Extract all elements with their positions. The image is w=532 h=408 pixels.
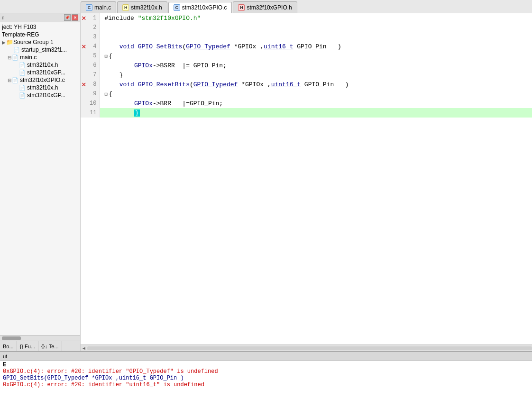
sidebar-close-button[interactable]: ✕ xyxy=(72,14,78,21)
tree-item-label-1: main.c xyxy=(20,54,37,61)
line-row-8: ✕8 void GPIO_ResetBits(GPIO_Typedef *GPI… xyxy=(81,80,532,89)
tree-item-label-5: stm32f10x.h xyxy=(27,84,58,91)
tab-label-main-c: main.c xyxy=(94,4,111,11)
line-content-11[interactable]: } xyxy=(100,108,532,118)
tree-item-label-3: stm32f10xGP... xyxy=(27,69,65,76)
sidebar-bottom-tab-0[interactable]: Bo... xyxy=(0,341,17,351)
tree-item-3[interactable]: 📄stm32f10xGP... xyxy=(1,69,79,76)
file-type-icon-5: 📄 xyxy=(19,85,26,91)
code-container[interactable]: ✕1#include "stm32f10xGPIO.h"23✕4 void GP… xyxy=(81,13,532,345)
bottom-panel: ut E0xGPIO.c(4): error: #20: identifier … xyxy=(0,351,532,408)
line-row-4: ✕4 void GPIO_SetBits(GPIO_Typedef *GPIOx… xyxy=(81,42,532,51)
tree-item-6[interactable]: 📄stm32f10xGP... xyxy=(1,91,79,99)
folder-icon: 📁 xyxy=(6,39,13,45)
sidebar-hscroll[interactable] xyxy=(0,335,80,341)
tab-main-c[interactable]: Cmain.c xyxy=(81,1,116,13)
expand-icon: ▶ xyxy=(2,40,6,45)
sidebar-bottom-tabs: Bo...{} Fu...{}↓ Te... xyxy=(0,341,80,351)
line-content-6[interactable]: GPIOx->BSRR |= GPIO_Pin; xyxy=(100,61,532,70)
output-line-2: GPIO_SetBits(GPIO_Typedef *GPIOx ,uint16… xyxy=(3,375,529,381)
expand-icon-1[interactable]: ⊟ xyxy=(8,55,11,60)
file-type-icon-6: 📄 xyxy=(19,92,26,99)
line-number-7: 7 xyxy=(81,70,100,80)
error-marker-1: ✕ xyxy=(82,13,86,23)
tab-label-stm32f10xGPIO-c: stm32f10xGPIO.c xyxy=(182,4,227,11)
file-type-icon-2: 📄 xyxy=(19,62,26,68)
line-number-2: 2 xyxy=(81,23,100,32)
sidebar-tree: ject: YH F103Template-REG▶📁Source Group … xyxy=(0,22,80,335)
sidebar-bottom-tab-2[interactable]: {}↓ Te... xyxy=(38,341,62,351)
line-row-2: 2 xyxy=(81,23,532,32)
tree-item-label-0: startup_stm32f1... xyxy=(21,46,67,53)
tree-item-2[interactable]: 📄stm32f10x.h xyxy=(1,61,79,69)
line-number-6: 6 xyxy=(81,61,100,70)
sidebar-hscroll-thumb[interactable] xyxy=(2,336,21,340)
sidebar-header-icons: 📌 ✕ xyxy=(64,14,78,21)
tree-item-label-2: stm32f10x.h xyxy=(27,62,58,68)
source-group-item[interactable]: ▶📁Source Group 1 xyxy=(1,38,79,46)
line-content-4[interactable]: void GPIO_SetBits(GPIO_Typedef *GPIOx ,u… xyxy=(100,42,532,51)
tab-stm32f10xGPIO-h[interactable]: Hstm32f10xGPIO.h xyxy=(233,1,297,13)
line-content-1[interactable]: #include "stm32f10xGPIO.h" xyxy=(100,13,532,23)
error-marker-8: ✕ xyxy=(82,80,86,89)
line-content-2[interactable] xyxy=(100,23,532,32)
file-type-icon-1: 📄 xyxy=(12,54,18,61)
line-row-10: 10 GPIOx->BRR |=GPIO_Pin; xyxy=(81,99,532,108)
project-label: ject: YH F103 xyxy=(1,23,79,31)
sidebar-header-label: п xyxy=(2,15,4,20)
tab-icon-stm32f10x-h: H xyxy=(122,4,129,11)
line-content-10[interactable]: GPIOx->BRR |=GPIO_Pin; xyxy=(100,99,532,108)
tree-item-label-4: stm32f10xGPIO.c xyxy=(20,77,65,83)
line-content-8[interactable]: void GPIO_ResetBits(GPIO_Typedef *GPIOx … xyxy=(100,80,532,89)
tab-stm32f10x-h[interactable]: Hstm32f10x.h xyxy=(117,1,167,13)
editor-hscroll-track[interactable] xyxy=(87,346,532,350)
tree-item-5[interactable]: 📄stm32f10x.h xyxy=(1,84,79,91)
output-label: ut xyxy=(0,352,532,361)
expand-icon-4[interactable]: ⊟ xyxy=(8,78,11,83)
error-marker-4: ✕ xyxy=(82,42,86,51)
line-number-3: 3 xyxy=(81,32,100,42)
output-line-3: 0xGPIO.c(4): error: #20: identifier "uin… xyxy=(3,381,529,388)
line-number-8: ✕8 xyxy=(81,80,100,89)
sidebar-header: п 📌 ✕ xyxy=(0,13,80,22)
line-number-9: 9 xyxy=(81,89,100,99)
sidebar-bottom-tab-1[interactable]: {} Fu... xyxy=(17,341,38,351)
tree-item-1[interactable]: ⊟📄main.c xyxy=(1,54,79,61)
tab-icon-stm32f10xGPIO-c: C xyxy=(174,4,180,11)
tree-item-label-6: stm32f10xGP... xyxy=(27,92,65,99)
tab-label-stm32f10xGPIO-h: stm32f10xGPIO.h xyxy=(247,4,292,11)
file-type-icon-3: 📄 xyxy=(19,70,26,76)
editor-hscroll-left-arrow[interactable]: ◀ xyxy=(81,345,87,351)
file-type-icon-4: 📄 xyxy=(12,77,18,83)
editor-hscroll[interactable]: ◀ xyxy=(81,345,532,351)
line-row-11: 11 } xyxy=(81,108,532,118)
tree-item-4[interactable]: ⊟📄stm32f10xGPIO.c xyxy=(1,76,79,84)
tree-item-0[interactable]: 📄startup_stm32f1... xyxy=(1,46,79,54)
line-content-9[interactable]: ⊟{ xyxy=(100,89,532,99)
line-row-1: ✕1#include "stm32f10xGPIO.h" xyxy=(81,13,532,23)
tab-icon-main-c: C xyxy=(86,4,92,11)
line-number-11: 11 xyxy=(81,108,100,118)
bottom-panel-content: E0xGPIO.c(4): error: #20: identifier "GP… xyxy=(0,361,532,408)
line-number-1: ✕1 xyxy=(81,13,100,23)
line-row-5: 5⊟{ xyxy=(81,51,532,61)
main-area: п 📌 ✕ ject: YH F103Template-REG▶📁Source … xyxy=(0,13,532,351)
tab-bar: Cmain.cHstm32f10x.hCstm32f10xGPIO.cHstm3… xyxy=(0,0,532,13)
line-content-3[interactable] xyxy=(100,32,532,42)
tab-icon-stm32f10xGPIO-h: H xyxy=(238,4,245,11)
line-row-7: 7 } xyxy=(81,70,532,80)
source-group-label: Source Group 1 xyxy=(13,39,54,45)
code-table: ✕1#include "stm32f10xGPIO.h"23✕4 void GP… xyxy=(81,13,532,118)
line-row-6: 6 GPIOx->BSRR |= GPIO_Pin; xyxy=(81,61,532,70)
line-content-5[interactable]: ⊟{ xyxy=(100,51,532,61)
line-row-9: 9⊟{ xyxy=(81,89,532,99)
sidebar-pin-button[interactable]: 📌 xyxy=(64,14,71,21)
output-label-text: ut xyxy=(3,354,7,359)
line-content-7[interactable]: } xyxy=(100,70,532,80)
editor-area: ✕1#include "stm32f10xGPIO.h"23✕4 void GP… xyxy=(81,13,532,351)
line-number-10: 10 xyxy=(81,99,100,108)
output-line-0: E xyxy=(3,362,529,368)
tab-stm32f10xGPIO-c[interactable]: Cstm32f10xGPIO.c xyxy=(168,2,232,13)
template-label: Template-REG xyxy=(1,31,79,38)
output-line-1: 0xGPIO.c(4): error: #20: identifier "GPI… xyxy=(3,368,529,375)
